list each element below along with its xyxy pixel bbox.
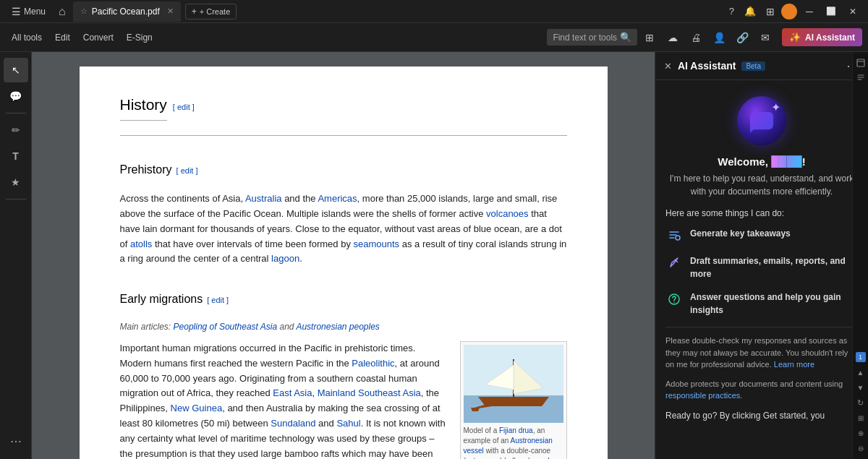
draft-text: Draft summaries, emails, reports, and mo… (690, 254, 858, 280)
refresh-btn[interactable]: ↻ (854, 396, 867, 409)
responsible-practices-link[interactable]: responsible practices (665, 391, 740, 400)
takeaways-text: Generate key takeaways (690, 227, 791, 240)
feature-draft: Draft summaries, emails, reports, and mo… (665, 254, 858, 280)
takeaways-icon (665, 227, 683, 244)
disclaimer-box: Please double-check my responses and sou… (665, 327, 858, 371)
main-articles-text: Main articles: Peopling of Southeast Asi… (120, 320, 567, 334)
panel-header: ✕ AI Assistant Beta ⋯ (655, 52, 868, 80)
toolbar-icon-2[interactable]: ☁ (662, 27, 684, 48)
help-description: I'm here to help you read, understand, a… (665, 172, 858, 198)
search-label: Find text or tools (553, 33, 617, 43)
history-heading: History (120, 93, 167, 121)
draft-icon (665, 254, 683, 272)
ai-icon: ✨ (789, 32, 801, 43)
boat-image-caption: Model of a Fijian drua, an example of an… (464, 426, 563, 459)
search-area: Find text or tools 🔍 (547, 29, 637, 46)
panel-tab-1[interactable] (854, 56, 867, 69)
ai-sparkle-icon: ✦ (771, 100, 780, 114)
user-avatar[interactable] (781, 4, 797, 20)
apps-icon-btn[interactable]: ⊞ (762, 4, 778, 20)
search-icon[interactable]: 🔍 (620, 32, 631, 43)
zoom-btn[interactable]: ⊕ (854, 426, 867, 439)
all-tools-button[interactable]: All tools (6, 30, 48, 46)
maximize-button[interactable]: ⬜ (822, 2, 841, 21)
disclaimer-text: Please double-check my responses and sou… (665, 335, 858, 371)
sidebar-comment-tool[interactable]: 💬 (4, 84, 28, 108)
new-tab-button[interactable]: + + Create (185, 4, 237, 20)
pdf-tab[interactable]: ☆ Pacific Ocean.pdf ✕ (73, 1, 181, 22)
tab-title: Pacific Ocean.pdf (92, 7, 160, 17)
history-edit-link[interactable]: [ edit ] (173, 101, 195, 114)
toolbar-icon-6[interactable]: ✉ (754, 27, 776, 48)
fit-btn[interactable]: ⊞ (854, 411, 867, 424)
svg-point-16 (676, 236, 680, 240)
svg-rect-19 (857, 59, 864, 67)
feature-questions: Answer questions and help you gain insig… (665, 291, 858, 317)
sidebar-text-tool[interactable]: T (4, 144, 28, 168)
pdf-page: History [ edit ] Prehistory [ edit ] Acr… (80, 67, 608, 459)
main-area: ↖ 💬 ✏ T ★ ⋯ History [ edit ] Prehistory … (0, 52, 868, 459)
panel-title: AI Assistant (678, 60, 736, 72)
home-button[interactable]: ⌂ (54, 3, 70, 20)
ai-chat-bubble (750, 112, 773, 129)
close-button[interactable]: ✕ (843, 2, 862, 21)
ready-text: Ready to go? By clicking Get started, yo… (665, 409, 858, 422)
sidebar-divider-1 (6, 113, 26, 113)
plus-icon: + (192, 7, 197, 17)
early-migrations-edit-link[interactable]: [ edit ] (207, 294, 229, 307)
right-edge-tabs: 1 ▲ ▼ ↻ ⊞ ⊕ ⊖ (852, 52, 868, 459)
ai-orb: ✦ (737, 96, 786, 145)
sidebar-shapes-tool[interactable]: ★ (4, 170, 28, 194)
panel-tab-2[interactable] (854, 72, 867, 85)
toolbar-icon-1[interactable]: ⊞ (639, 27, 660, 48)
answer-questions-text: Answer questions and help you gain insig… (690, 291, 858, 317)
edit-button[interactable]: Edit (49, 30, 76, 46)
toolbar-icon-4[interactable]: 👤 (708, 27, 730, 48)
sidebar-divider-2 (6, 199, 26, 200)
learn-more-link[interactable]: Learn more (774, 360, 814, 369)
toolbar: All tools Edit Convert E-Sign Find text … (0, 23, 868, 52)
boat-image-box: Model of a Fijian drua, an example of an… (460, 341, 567, 459)
feature-takeaways: Generate key takeaways (665, 227, 858, 244)
zoom-out-btn[interactable]: ⊖ (854, 442, 867, 455)
menu-button[interactable]: ☰ Menu (6, 4, 51, 20)
sidebar-draw-tool[interactable]: ✏ (4, 118, 28, 142)
scroll-down-btn[interactable]: ▼ (854, 381, 867, 394)
notifications-icon-btn[interactable]: 🔔 (741, 4, 760, 19)
adobe-protect-text: Adobe protects your documents and conten… (665, 378, 858, 402)
toolbar-icon-3[interactable]: 🖨 (685, 27, 707, 48)
help-icon-btn[interactable]: ? (726, 4, 738, 19)
questions-icon (665, 291, 683, 308)
welcome-heading: Welcome, ████! (665, 155, 858, 168)
early-migrations-heading: Early migrations (120, 290, 203, 309)
scroll-up-btn[interactable]: ▲ (854, 366, 867, 379)
panel-content[interactable]: ✦ Welcome, ████! I'm here to help you re… (655, 80, 868, 459)
minimize-button[interactable]: ─ (800, 2, 819, 21)
left-sidebar: ↖ 💬 ✏ T ★ ⋯ (0, 52, 32, 459)
tab-area: ☆ Pacific Ocean.pdf ✕ + + Create (73, 0, 723, 23)
close-panel-button[interactable]: ✕ (664, 61, 672, 72)
beta-badge: Beta (741, 61, 765, 71)
can-do-label: Here are some things I can do: (665, 208, 858, 218)
toolbar-icon-5[interactable]: 🔗 (731, 27, 753, 48)
convert-button[interactable]: Convert (77, 30, 119, 46)
esign-button[interactable]: E-Sign (121, 30, 158, 46)
ai-panel: ✕ AI Assistant Beta ⋯ ✦ Welcome, ████! (655, 52, 868, 459)
tab-close-icon[interactable]: ✕ (167, 7, 174, 16)
page-number-badge: 1 (856, 352, 866, 362)
migration-paragraph: Important human migrations occurred in t… (120, 341, 448, 459)
prehistory-paragraph: Across the continents of Asia, Australia… (120, 192, 567, 267)
prehistory-edit-link[interactable]: [ edit ] (176, 165, 198, 178)
svg-point-18 (673, 302, 675, 304)
sidebar-more-tools[interactable]: ⋯ (4, 429, 28, 453)
pdf-content-area[interactable]: History [ edit ] Prehistory [ edit ] Acr… (32, 52, 655, 459)
ai-assistant-button[interactable]: ✨ AI Assistant (782, 28, 862, 46)
sidebar-cursor-tool[interactable]: ↖ (4, 58, 28, 82)
tab-star-icon: ☆ (80, 7, 88, 16)
prehistory-heading: Prehistory (120, 160, 172, 179)
hamburger-icon: ☰ (12, 6, 21, 17)
